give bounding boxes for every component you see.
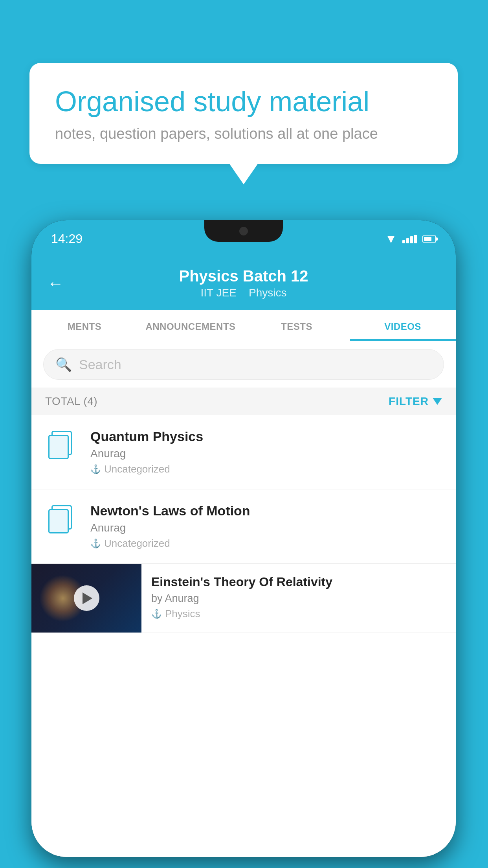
tab-ments[interactable]: MENTS — [31, 310, 138, 341]
back-button[interactable]: ← — [47, 274, 64, 293]
filter-button[interactable]: FILTER — [389, 395, 442, 408]
header-subtitle-part1: IIT JEE — [201, 287, 237, 299]
search-icon: 🔍 — [55, 357, 72, 372]
app-header: ← Physics Batch 12 IIT JEE Physics — [31, 257, 456, 310]
file-doc-front — [48, 435, 69, 459]
video-tag: ⚓ Physics — [151, 608, 446, 620]
file-icon — [48, 505, 74, 535]
item-icon — [43, 505, 79, 535]
filter-label: FILTER — [389, 395, 429, 408]
file-doc-front — [48, 509, 69, 533]
header-title: Physics Batch 12 — [75, 267, 412, 285]
list-item[interactable]: Quantum Physics Anurag ⚓ Uncategorized — [31, 415, 456, 489]
total-label: TOTAL (4) — [45, 395, 97, 408]
item-details: Quantum Physics Anurag ⚓ Uncategorized — [90, 429, 442, 475]
item-tag: ⚓ Uncategorized — [90, 463, 442, 475]
bubble-title: Organised study material — [55, 85, 432, 118]
header-text: Physics Batch 12 IIT JEE Physics — [75, 267, 412, 299]
video-thumbnail — [31, 564, 141, 633]
item-tag: ⚓ Uncategorized — [90, 537, 442, 550]
bubble-subtitle: notes, question papers, solutions all at… — [55, 125, 432, 142]
tag-label: Physics — [165, 608, 200, 620]
play-button[interactable] — [74, 585, 99, 611]
search-container: 🔍 Search — [31, 341, 456, 388]
notch — [204, 220, 283, 242]
tag-icon: ⚓ — [151, 609, 162, 619]
tag-label: Uncategorized — [104, 537, 170, 550]
list-item-thumb[interactable]: Einstein's Theory Of Relativity by Anura… — [31, 564, 456, 633]
item-icon — [43, 431, 79, 460]
phone-content: ← Physics Batch 12 IIT JEE Physics MENTS… — [31, 257, 456, 857]
tab-announcements[interactable]: ANNOUNCEMENTS — [138, 310, 244, 341]
tag-icon: ⚓ — [90, 539, 101, 549]
search-placeholder: Search — [79, 357, 121, 372]
content-list: Quantum Physics Anurag ⚓ Uncategorized — [31, 415, 456, 857]
item-title: Newton's Laws of Motion — [90, 503, 442, 519]
header-subtitle-part2: Physics — [249, 287, 286, 299]
wifi-icon: ▼ — [385, 232, 397, 246]
tag-label: Uncategorized — [104, 463, 170, 475]
item-author: Anurag — [90, 447, 442, 460]
item-details: Newton's Laws of Motion Anurag ⚓ Uncateg… — [90, 503, 442, 550]
tab-tests[interactable]: TESTS — [244, 310, 350, 341]
battery-icon — [422, 235, 436, 243]
filter-row: TOTAL (4) FILTER — [31, 388, 456, 415]
search-bar[interactable]: 🔍 Search — [43, 349, 444, 380]
tabs-bar: MENTS ANNOUNCEMENTS TESTS VIDEOS — [31, 310, 456, 341]
tag-icon: ⚓ — [90, 464, 101, 474]
item-title: Quantum Physics — [90, 429, 442, 444]
list-item[interactable]: Newton's Laws of Motion Anurag ⚓ Uncateg… — [31, 489, 456, 564]
item-author: Anurag — [90, 522, 442, 534]
status-time: 14:29 — [51, 232, 83, 246]
filter-icon — [433, 398, 442, 405]
signal-icon — [402, 235, 417, 243]
phone-frame: 14:29 ▼ ← Physics Batch 12 — [31, 220, 456, 857]
thumb-details: Einstein's Theory Of Relativity by Anura… — [141, 564, 456, 630]
file-icon — [48, 431, 74, 460]
play-icon — [83, 592, 92, 604]
tab-videos[interactable]: VIDEOS — [350, 310, 456, 341]
status-bar: 14:29 ▼ — [31, 220, 456, 257]
status-icons: ▼ — [385, 232, 436, 246]
video-author: by Anurag — [151, 592, 446, 605]
header-subtitle: IIT JEE Physics — [75, 287, 412, 299]
video-title: Einstein's Theory Of Relativity — [151, 575, 446, 589]
speech-bubble: Organised study material notes, question… — [29, 63, 458, 164]
camera — [239, 227, 248, 235]
